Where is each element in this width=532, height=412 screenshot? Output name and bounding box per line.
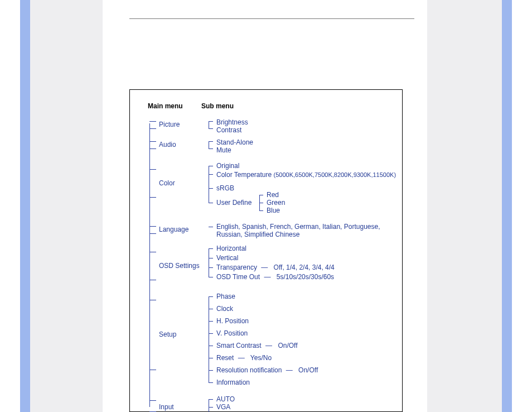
bracket-tick bbox=[259, 195, 263, 195]
menu-tree: Picture Brightness Contrast Audio Stand-… bbox=[148, 121, 391, 411]
bracket-tick bbox=[209, 227, 213, 227]
sub-item-brightness: Brightness bbox=[216, 118, 248, 126]
setup-item-hpos: H. Position bbox=[216, 317, 249, 325]
bracket-tick bbox=[149, 252, 156, 252]
bracket-vbar bbox=[209, 141, 209, 148]
sub-item-values: (5000K,6500K,7500K,8200K,9300K,11500K) bbox=[274, 171, 396, 178]
bracket-tick bbox=[209, 346, 213, 346]
separator-dash: — bbox=[263, 342, 276, 349]
main-item-osd-settings: OSD Settings bbox=[159, 262, 200, 270]
bracket-tick bbox=[149, 300, 156, 300]
separator-dash: — bbox=[262, 273, 274, 281]
decorative-right-stripe bbox=[502, 0, 512, 412]
input-item-vga: VGA bbox=[216, 403, 230, 411]
bracket-vbar bbox=[209, 121, 209, 128]
sub-item-user-define: User Define bbox=[216, 199, 252, 207]
bracket-vbar bbox=[209, 166, 209, 203]
sub-item-label: Transparency bbox=[216, 264, 257, 271]
ud-item-red: Red bbox=[267, 191, 279, 199]
sub-item-label: Smart Contrast bbox=[216, 342, 262, 349]
osd-item-timeout: OSD Time Out — 5s/10s/20s/30s/60s bbox=[216, 273, 334, 281]
setup-item-phase: Phase bbox=[216, 293, 235, 300]
sub-item-values: On/Off bbox=[298, 366, 318, 374]
bracket-tick bbox=[149, 169, 156, 170]
bracket-tick bbox=[149, 128, 156, 129]
sub-item-label: Resolution notification bbox=[216, 366, 282, 374]
bracket-tick bbox=[209, 277, 213, 277]
bracket-tick bbox=[259, 203, 263, 203]
bracket-tick bbox=[149, 280, 156, 280]
setup-item-clock: Clock bbox=[216, 305, 233, 313]
sub-item-values: On/Off bbox=[278, 342, 297, 349]
bracket-tick bbox=[209, 203, 213, 203]
language-list-line2: Russian, Simplified Chinese bbox=[216, 231, 299, 238]
bracket-tick bbox=[209, 188, 213, 189]
horizontal-rule bbox=[129, 18, 414, 19]
main-item-input: Input bbox=[159, 403, 174, 411]
bracket-tick bbox=[209, 121, 213, 122]
bracket-tick bbox=[149, 148, 156, 149]
sub-item-values: 5s/10s/20s/30s/60s bbox=[277, 273, 334, 281]
bracket-tick bbox=[209, 174, 213, 175]
main-item-language: Language bbox=[159, 226, 188, 233]
setup-item-reset: Reset — Yes/No bbox=[216, 354, 272, 362]
osd-menu-tree-figure: Main menu Sub menu Picture Brightness Co… bbox=[129, 89, 403, 412]
sub-item-srgb: sRGB bbox=[216, 184, 234, 192]
sub-item-contrast: Contrast bbox=[216, 126, 241, 134]
bracket-tick bbox=[149, 121, 156, 122]
bracket-tick bbox=[209, 382, 213, 383]
sub-item-label: Reset bbox=[216, 354, 234, 362]
sub-item-standalone: Stand-Alone bbox=[216, 138, 253, 146]
bracket-vbar bbox=[209, 248, 209, 277]
bracket-tick bbox=[259, 210, 263, 211]
bracket-tick bbox=[209, 267, 213, 268]
setup-item-smart-contrast: Smart Contrast — On/Off bbox=[216, 342, 298, 349]
header-sub-menu: Sub menu bbox=[201, 102, 234, 110]
bracket-tick bbox=[209, 296, 213, 297]
osd-item-vertical: Vertical bbox=[216, 254, 238, 262]
separator-dash: — bbox=[236, 354, 249, 362]
ud-item-blue: Blue bbox=[267, 207, 280, 214]
osd-item-transparency: Transparency — Off, 1/4, 2/4, 3/4, 4/4 bbox=[216, 264, 335, 271]
bracket-tick bbox=[209, 148, 213, 149]
language-list-line1: English, Spanish, French, German, Italia… bbox=[216, 223, 380, 231]
sub-item-mute: Mute bbox=[216, 146, 231, 154]
header-main-menu: Main menu bbox=[148, 102, 183, 110]
bracket-tick bbox=[209, 407, 213, 408]
main-item-audio: Audio bbox=[159, 141, 176, 148]
sub-item-color-temperature: Color Temperature (5000K,6500K,7500K,820… bbox=[216, 171, 396, 179]
bracket-tick bbox=[209, 333, 213, 334]
bracket-tick bbox=[209, 248, 213, 249]
decorative-left-stripe bbox=[20, 0, 30, 412]
bracket-tick bbox=[149, 233, 156, 234]
setup-item-vpos: V. Position bbox=[216, 329, 248, 337]
sub-item-values: Off, 1/4, 2/4, 3/4, 4/4 bbox=[274, 264, 335, 271]
main-item-setup: Setup bbox=[159, 330, 176, 338]
setup-item-res-notification: Resolution notification — On/Off bbox=[216, 366, 318, 374]
bracket-vbar bbox=[209, 399, 209, 412]
main-item-color: Color bbox=[159, 179, 175, 187]
tree-spine bbox=[149, 123, 150, 407]
bracket-tick bbox=[149, 370, 156, 370]
ud-item-green: Green bbox=[267, 199, 285, 207]
bracket-tick bbox=[209, 128, 213, 129]
bracket-tick bbox=[149, 400, 156, 401]
bracket-tick bbox=[149, 197, 156, 198]
bracket-tick bbox=[209, 399, 213, 400]
bracket-tick bbox=[209, 321, 213, 322]
main-item-picture: Picture bbox=[159, 121, 180, 128]
bracket-vbar bbox=[209, 296, 209, 382]
sub-item-label: OSD Time Out bbox=[216, 273, 260, 281]
bracket-tick bbox=[209, 309, 213, 309]
bracket-tick bbox=[149, 141, 156, 142]
sub-item-values: Yes/No bbox=[250, 354, 272, 362]
bracket-tick bbox=[209, 258, 213, 258]
sub-item-label: Color Temperature bbox=[216, 171, 272, 179]
bracket-tick bbox=[209, 141, 213, 142]
setup-item-information: Information bbox=[216, 379, 250, 386]
sub-item-original: Original bbox=[216, 162, 239, 170]
bracket-tick bbox=[209, 166, 213, 166]
bracket-tick bbox=[209, 370, 213, 371]
separator-dash: — bbox=[259, 264, 272, 271]
page-gutter-right bbox=[427, 0, 502, 412]
